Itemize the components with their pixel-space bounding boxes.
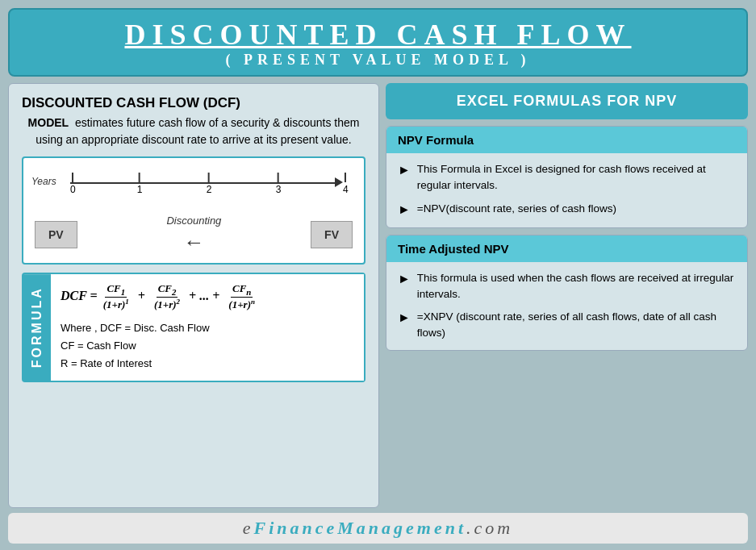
npv-item-1: ► This Formula in Excel is designed for … [398, 161, 736, 194]
right-panel-header: EXCEL FORMULAS FOR NPV [386, 83, 748, 119]
formula-notes: Where , DCF = Disc. Cash Flow CF = Cash … [61, 319, 354, 373]
bullet-icon-3: ► [398, 269, 411, 303]
xnpv-item-2-text: =XNPV (discount rate, series of all cash… [417, 309, 736, 342]
discounting-label: Discounting [166, 215, 221, 227]
npv-item-1-text: This Formula in Excel is designed for ca… [417, 161, 736, 194]
npv-card-header: NPV Formula [386, 127, 747, 153]
content-area: DISCOUNTED CASH FLOW (DCF) MODEL estimat… [8, 83, 748, 508]
bullet-icon-4: ► [398, 308, 411, 342]
xnpv-card-header: Time Adjusted NPV [386, 235, 747, 262]
main-title: DISCOUNTED CASH FLOW [26, 18, 730, 52]
footer: eFinanceManagement.com [8, 513, 748, 544]
timeline-diagram: 0 1 2 [22, 156, 365, 265]
main-subtitle: ( PRESENT VALUE MODEL ) [26, 52, 730, 69]
pv-box: PV [35, 221, 77, 248]
formula-note-1: Where , DCF = Disc. Cash Flow [61, 319, 354, 337]
xnpv-card-title: Time Adjusted NPV [398, 242, 736, 256]
header-banner: DISCOUNTED CASH FLOW ( PRESENT VALUE MOD… [8, 8, 748, 77]
left-panel: DISCOUNTED CASH FLOW (DCF) MODEL estimat… [8, 83, 379, 508]
formula-sidebar-label: FORMULA [23, 274, 51, 381]
npv-card-title: NPV Formula [398, 133, 736, 147]
fv-box: FV [311, 221, 353, 248]
right-panel: EXCEL FORMULAS FOR NPV NPV Formula ► Thi… [386, 83, 748, 508]
formula-math: DCF = CF1 (1+r)1 + CF2 (1+r)2 + ... + [61, 282, 354, 311]
formula-content: DCF = CF1 (1+r)1 + CF2 (1+r)2 + ... + [51, 274, 364, 381]
years-label: Years [31, 176, 56, 187]
npv-card: NPV Formula ► This Formula in Excel is d… [386, 126, 748, 228]
bullet-icon-2: ► [398, 200, 411, 219]
left-panel-title: DISCOUNTED CASH FLOW (DCF) [22, 95, 365, 111]
xnpv-item-2: ► =XNPV (discount rate, series of all ca… [398, 309, 736, 342]
xnpv-item-1-text: This formula is used when the cash flows… [417, 270, 736, 303]
footer-text: eFinanceManagement.com [16, 518, 740, 539]
xnpv-card: Time Adjusted NPV ► This formula is used… [386, 235, 748, 351]
right-panel-title: EXCEL FORMULAS FOR NPV [399, 93, 735, 110]
formula-note-2: CF = Cash Flow [61, 337, 354, 355]
npv-card-body: ► This Formula in Excel is designed for … [386, 153, 747, 227]
npv-item-2: ► =NPV(discount rate, series of cash flo… [398, 201, 736, 219]
xnpv-item-1: ► This formula is used when the cash flo… [398, 270, 736, 303]
xnpv-card-body: ► This formula is used when the cash flo… [386, 262, 747, 350]
formula-note-3: R = Rate of Interest [61, 355, 354, 373]
left-panel-description: MODEL estimates future cash flow of a se… [22, 115, 365, 148]
bullet-icon-1: ► [398, 160, 411, 194]
formula-section: FORMULA DCF = CF1 (1+r)1 + CF2 [22, 273, 365, 382]
main-container: DISCOUNTED CASH FLOW ( PRESENT VALUE MOD… [0, 0, 756, 550]
npv-item-2-text: =NPV(discount rate, series of cash flows… [417, 201, 616, 219]
